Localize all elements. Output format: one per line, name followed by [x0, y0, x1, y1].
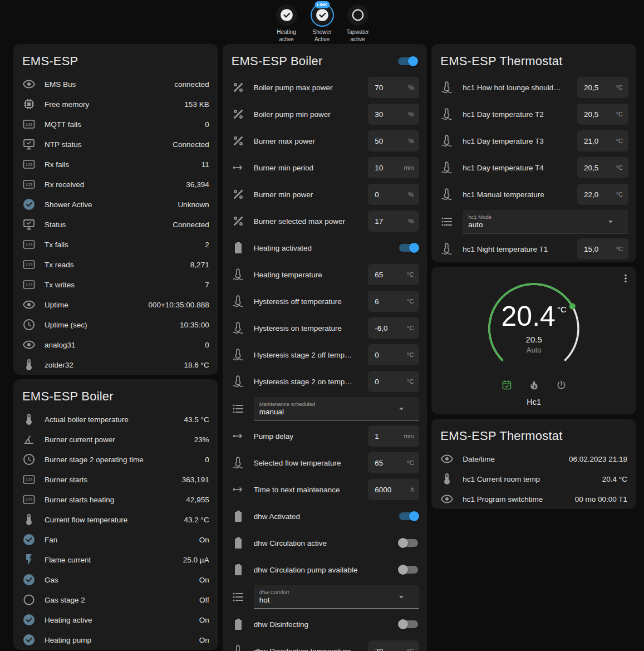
entity-value: 23% — [189, 435, 209, 444]
entity-row[interactable]: FanOn — [13, 530, 218, 550]
input-unit: % — [409, 191, 420, 198]
number-input[interactable]: 0% — [368, 184, 419, 205]
toggle-switch[interactable] — [398, 511, 419, 522]
entity-row[interactable]: Burner current power23% — [13, 429, 218, 449]
check-circle-icon — [22, 633, 36, 647]
svg-text:123: 123 — [26, 242, 33, 247]
select-input[interactable]: hc1 Modeauto — [463, 210, 628, 233]
entity-row[interactable]: Actual boiler temperature43.5 °C — [13, 409, 218, 429]
dots-vertical-icon[interactable] — [620, 272, 632, 285]
input-value: 6 — [368, 297, 379, 306]
entity-row[interactable]: Heating activeOn — [13, 610, 218, 630]
entity-row[interactable]: Heating pumpOn — [13, 630, 218, 650]
entity-row[interactable]: Flame current25.0 µA — [13, 550, 218, 570]
entity-row[interactable]: analog310 — [13, 335, 218, 355]
entity-row[interactable]: hc1 Current room temp20.4 °C — [431, 469, 636, 489]
entity-row[interactable]: EMS Busconnected — [13, 74, 218, 94]
entity-row[interactable]: hc1 Program switchtime00 mo 00:00 T1 — [431, 489, 636, 509]
control-row: dhw Disinfecting — [223, 611, 427, 638]
number-input[interactable]: 6°C — [368, 291, 419, 312]
toggle-switch[interactable] — [398, 564, 419, 575]
control-row: dhw Activated — [223, 503, 427, 530]
number-input[interactable]: 1min — [368, 425, 419, 447]
control-row: Hysteresis stage 2 on temp…0°C — [223, 368, 427, 395]
entity-row[interactable]: Shower ActiveUnknown — [13, 194, 218, 214]
number-input[interactable]: 15,0°C — [577, 238, 628, 260]
badge-label: Shower Active — [313, 28, 332, 43]
number-input[interactable]: 6000h — [368, 479, 419, 500]
thermostat-dial[interactable]: 20.4 °C 20.5 Auto — [481, 276, 587, 379]
flash-icon — [22, 553, 36, 566]
entity-row[interactable]: 123Rx fails11 — [13, 154, 218, 174]
thermometer-water-icon — [232, 321, 245, 335]
entity-row[interactable]: Date/time06.02.2023 21:18 — [431, 449, 636, 469]
entity-row[interactable]: NTP statusConnected — [13, 134, 218, 154]
entity-row[interactable]: 123Burner starts363,191 — [13, 469, 218, 490]
select-input[interactable]: Maintenance scheduledmanual — [254, 397, 420, 420]
entity-row[interactable]: zolder3218.6 °C — [13, 355, 218, 375]
entity-row[interactable]: 123Rx received36,394 — [13, 174, 218, 194]
number-input[interactable]: 30% — [368, 104, 419, 125]
number-input[interactable]: 65°C — [368, 264, 419, 285]
input-unit: °C — [407, 351, 419, 358]
number-input[interactable]: -6,0°C — [368, 317, 419, 339]
input-value: 50 — [368, 137, 383, 145]
entity-row[interactable]: Uptime (sec)10:35:00 — [13, 315, 218, 335]
entity-row[interactable]: Burner stage 2 operating time0 — [13, 449, 218, 469]
entity-name: Free memory — [45, 100, 89, 109]
number-input[interactable]: 65°C — [368, 452, 419, 473]
entity-name: Boiler pump max power — [254, 84, 368, 92]
entity-row[interactable]: Gas stage 2Off — [13, 590, 218, 610]
control-row: Burner min power0% — [223, 181, 427, 208]
entity-row[interactable]: 123Tx fails2 — [13, 234, 218, 254]
card-ems-esp-thermostat-info: EMS-ESP ThermostatDate/time06.02.2023 21… — [431, 419, 636, 509]
entity-name: Uptime — [45, 301, 68, 309]
toggle-switch[interactable] — [398, 242, 419, 253]
entity-value: 42,955 — [180, 496, 209, 504]
number-input[interactable]: 20,5°C — [577, 157, 628, 178]
entity-row[interactable]: 123MQTT fails0 — [13, 114, 218, 134]
card-header-toggle[interactable] — [397, 56, 418, 67]
number-input[interactable]: 22,0°C — [577, 184, 628, 205]
entity-row[interactable]: Current flow temperature43.2 °C — [13, 510, 218, 530]
number-input[interactable]: 10min — [368, 157, 419, 178]
control-row: dhw Circulation active — [223, 530, 427, 556]
entity-value: 0 — [199, 120, 209, 129]
entity-name: hc1 Program switchtime — [463, 495, 543, 503]
number-input[interactable]: 0°C — [368, 344, 419, 365]
counter-icon: 123 — [22, 278, 36, 291]
state-badge[interactable]: Tapwater active — [342, 4, 374, 43]
control-row: hc1 Day temperature T220,5°C — [431, 101, 636, 128]
number-input[interactable]: 70% — [368, 77, 419, 98]
toggle-switch[interactable] — [398, 619, 419, 630]
number-input[interactable]: 20,5°C — [577, 77, 628, 98]
eye-icon — [22, 77, 36, 91]
control-row: hc1 Modeauto — [431, 208, 636, 236]
select-input[interactable]: dhw Comforthot — [254, 585, 420, 609]
entity-row[interactable]: Free memory153 KB — [13, 94, 218, 114]
state-badge[interactable]: Heating active — [271, 4, 303, 43]
entity-row[interactable]: Uptime000+10:35:00.888 — [13, 295, 218, 315]
entity-row[interactable]: 123Burner starts heating42,955 — [13, 490, 218, 510]
percent-icon — [232, 81, 245, 94]
state-badge[interactable]: LINKShower Active — [306, 4, 338, 43]
thermometer-water-icon — [232, 644, 245, 651]
entity-row[interactable]: 123Tx reads8,271 — [13, 254, 218, 275]
number-input[interactable]: 70°C — [368, 640, 419, 651]
input-unit: °C — [407, 325, 419, 331]
number-input[interactable]: 0°C — [368, 371, 419, 392]
entity-row[interactable]: StatusConnected — [13, 214, 218, 234]
number-input[interactable]: 50% — [368, 130, 419, 151]
entity-value: 2 — [199, 241, 209, 249]
entity-row[interactable]: 123Tx writes7 — [13, 275, 218, 295]
badge-circle — [276, 4, 297, 26]
number-input[interactable]: 21,0°C — [577, 130, 628, 151]
entity-row[interactable]: GasOn — [13, 570, 218, 590]
number-input[interactable]: 17% — [368, 211, 419, 232]
control-row: Selected flow temperature65°C — [223, 449, 427, 476]
toggle-switch[interactable] — [398, 537, 419, 549]
number-input[interactable]: 20,5°C — [577, 104, 628, 125]
entity-value: On — [194, 576, 209, 584]
card-title: EMS-ESP Thermostat — [440, 54, 562, 68]
input-value: 21,0 — [577, 137, 598, 145]
